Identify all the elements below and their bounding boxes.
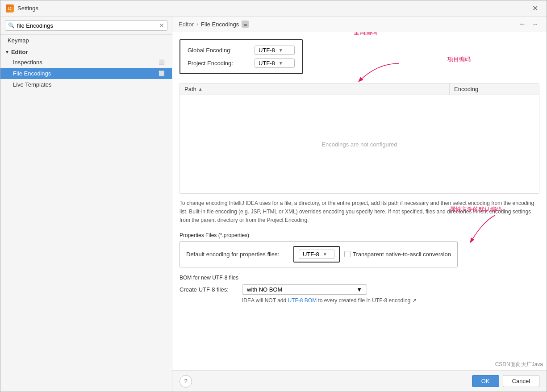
- breadcrumb-settings-icon[interactable]: ☰: [242, 21, 249, 28]
- bom-select-arrow-icon: ▼: [356, 286, 362, 293]
- bom-note-prefix: IDEA will NOT add: [242, 297, 288, 304]
- encoding-table: Path ▲ Encoding Encodings are not config…: [180, 83, 539, 194]
- prop-encoding-box: UTF-8 ▼: [293, 246, 340, 263]
- project-encoding-label: Project Encoding:: [188, 60, 250, 67]
- sidebar-item-live-templates[interactable]: Live Templates: [0, 79, 172, 90]
- properties-encoding-row: Default encoding for properties files: U…: [186, 246, 451, 263]
- bottom-bar: ? OK Cancel: [172, 370, 547, 392]
- bom-row: Create UTF-8 files: with NO BOM ▼: [180, 284, 539, 295]
- search-wrap: 🔍 ✕: [5, 20, 167, 31]
- table-body: Encodings are not configured: [180, 95, 539, 193]
- project-select-arrow-icon: ▼: [279, 61, 283, 66]
- prop-encoding-select[interactable]: UTF-8 ▼: [299, 250, 334, 259]
- sidebar: 🔍 ✕ Keymap ▼ Editor Inspections ⬜: [0, 17, 172, 392]
- encoding-column-header: Encoding: [450, 83, 539, 95]
- path-column-header: Path ▲: [180, 83, 450, 95]
- description-text: To change encoding IntelliJ IDEA uses fo…: [180, 199, 539, 225]
- cancel-button[interactable]: Cancel: [503, 375, 539, 387]
- global-encoding-value: UTF-8: [259, 47, 275, 54]
- search-bar: 🔍 ✕: [0, 17, 172, 35]
- global-encoding-select[interactable]: UTF-8 ▼: [255, 46, 295, 55]
- breadcrumb-bar: Editor › File Encodings ☰ ← →: [172, 17, 547, 32]
- properties-legend: Properties Files (*.properties): [180, 232, 539, 238]
- breadcrumb-separator: ›: [196, 21, 198, 27]
- breadcrumb-current: File Encodings: [201, 21, 239, 28]
- title-bar: IJ Settings ✕: [0, 0, 547, 17]
- prop-encoding-label: Default encoding for properties files:: [186, 251, 289, 258]
- file-encodings-settings-icon: ⬜: [159, 71, 165, 77]
- table-header: Path ▲ Encoding: [180, 83, 539, 95]
- global-encoding-label: Global Encoding:: [188, 47, 250, 54]
- panel-body: 全局编码 Global Encoding: UTF-8 ▼ Project En…: [172, 32, 547, 370]
- properties-section: Properties Files (*.properties) Default …: [180, 232, 539, 267]
- inspections-label: Inspections: [13, 59, 42, 66]
- file-encodings-label: File Encodings: [13, 70, 51, 77]
- checkbox-icon[interactable]: [344, 251, 351, 257]
- settings-window: IJ Settings ✕ 🔍 ✕ Keymap ▼ Editor: [0, 0, 547, 392]
- bom-note-link[interactable]: UTF-8 BOM: [288, 297, 317, 304]
- help-button[interactable]: ?: [180, 375, 192, 388]
- bom-section: BOM for new UTF-8 files Create UTF-8 fil…: [180, 275, 539, 304]
- annotation-global: 全局编码: [354, 32, 377, 37]
- transparent-conversion-checkbox[interactable]: Transparent native-to-ascii conversion: [344, 251, 451, 258]
- search-input[interactable]: [17, 22, 159, 29]
- empty-table-text: Encodings are not configured: [322, 141, 397, 148]
- live-templates-label: Live Templates: [13, 81, 51, 88]
- editor-label: Editor: [11, 49, 28, 55]
- sidebar-item-file-encodings[interactable]: File Encodings ⬜: [0, 68, 172, 79]
- global-encoding-row: Global Encoding: UTF-8 ▼: [188, 46, 295, 55]
- prop-encoding-value: UTF-8: [303, 251, 319, 258]
- main-panel: Editor › File Encodings ☰ ← → 全局编码 G: [172, 17, 547, 392]
- close-button[interactable]: ✕: [529, 2, 541, 15]
- bom-label: Create UTF-8 files:: [180, 286, 238, 293]
- sort-icon: ▲: [198, 87, 203, 92]
- expand-arrow-icon: ▼: [5, 50, 9, 54]
- project-encoding-select[interactable]: UTF-8 ▼: [255, 58, 295, 68]
- project-encoding-value: UTF-8: [259, 60, 275, 67]
- nav-forward-icon[interactable]: →: [530, 19, 540, 29]
- annotation-project: 项目编码: [447, 55, 471, 63]
- search-icon: 🔍: [8, 22, 15, 29]
- encoding-box: Global Encoding: UTF-8 ▼ Project Encodin…: [180, 39, 303, 74]
- app-icon: IJ: [6, 4, 14, 13]
- breadcrumb-parent: Editor: [179, 21, 194, 28]
- bom-note-suffix: to every created file in UTF-8 encoding …: [317, 297, 416, 304]
- bom-select[interactable]: with NO BOM ▼: [242, 284, 367, 295]
- window-title: Settings: [17, 5, 529, 12]
- sidebar-item-keymap[interactable]: Keymap: [0, 35, 172, 46]
- checkbox-label: Transparent native-to-ascii conversion: [353, 251, 451, 258]
- bom-legend: BOM for new UTF-8 files: [180, 275, 539, 281]
- main-content: 🔍 ✕ Keymap ▼ Editor Inspections ⬜: [0, 17, 547, 392]
- nav-back-icon[interactable]: ←: [517, 19, 528, 29]
- keymap-label: Keymap: [8, 37, 29, 44]
- bom-value: with NO BOM: [247, 286, 282, 293]
- properties-box: Default encoding for properties files: U…: [180, 241, 458, 267]
- ok-button[interactable]: OK: [472, 375, 499, 387]
- nav-arrows: ← →: [517, 19, 540, 29]
- project-encoding-row: Project Encoding: UTF-8 ▼: [188, 58, 295, 68]
- prop-select-arrow-icon: ▼: [323, 252, 327, 257]
- inspections-settings-icon: ⬜: [159, 59, 165, 66]
- sidebar-item-inspections[interactable]: Inspections ⬜: [0, 57, 172, 68]
- bom-note: IDEA will NOT add UTF-8 BOM to every cre…: [242, 297, 539, 304]
- watermark: CSDN面向大厂Java: [492, 359, 547, 370]
- search-clear-icon[interactable]: ✕: [159, 22, 164, 29]
- sidebar-item-editor[interactable]: ▼ Editor: [0, 46, 172, 57]
- global-select-arrow-icon: ▼: [279, 48, 283, 53]
